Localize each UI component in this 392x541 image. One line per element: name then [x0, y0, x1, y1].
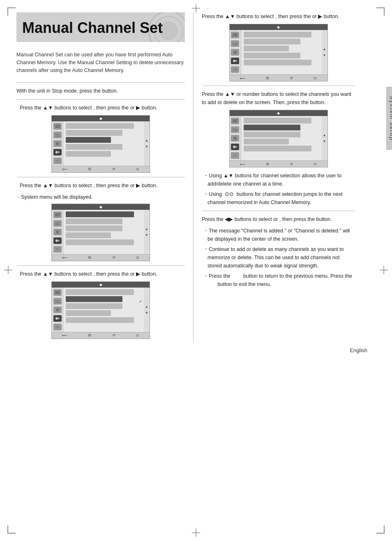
btn4-icon-3: ↺ [290, 76, 293, 80]
bar3-4 [66, 310, 111, 316]
btn3-icon-3: ↺ [112, 333, 115, 337]
svg-point-21 [55, 239, 58, 242]
mockup5-bottombar: ⟵ ⚙ ↺ ⊙ [230, 160, 327, 167]
btn2-icon-3: ↺ [112, 255, 115, 260]
btn5-icon-3: ↺ [290, 162, 293, 166]
divider-r2 [202, 211, 355, 211]
bottom-center-cross [192, 529, 200, 537]
arr-down: ▼ [145, 145, 148, 149]
divider-r1 [202, 86, 355, 86]
mockup5-topbar: ◆ [230, 110, 327, 116]
svg-point-33 [233, 60, 235, 62]
bar-5 [66, 151, 111, 157]
icon3-2 [53, 298, 62, 304]
svg-point-38 [233, 137, 237, 140]
bar2-3 [66, 225, 122, 231]
svg-rect-25 [55, 302, 60, 303]
btn2-icon-4: ⊙ [136, 255, 139, 260]
btn5-icon-4: ⊙ [314, 162, 317, 166]
mockup2-topbar: ◆ [52, 204, 150, 210]
svg-rect-29 [233, 33, 238, 37]
icon5-1 [231, 118, 239, 124]
arr4-up: ▲ [323, 47, 326, 51]
svg-point-15 [55, 151, 58, 153]
icon2-2 [53, 220, 62, 227]
bar4-4 [244, 53, 300, 58]
right-inner: Press the ▲▼ buttons to select , then pr… [202, 12, 376, 288]
mockup5-diamond: ◆ [277, 111, 280, 115]
bar5-1 [244, 118, 312, 123]
bar2-4 [66, 232, 111, 238]
svg-rect-31 [233, 44, 238, 45]
step-0-text: With the unit in Stop mode, press the bu… [16, 87, 185, 95]
bar2-2 [66, 218, 122, 224]
mockup1-bottombar: ⟵ ⚙ ↺ ⊙ [52, 166, 150, 172]
svg-point-39 [233, 146, 235, 148]
bar4-5 [244, 60, 312, 65]
system-setup-tab-wrapper: System Setup [387, 87, 392, 150]
mockup4-arrows: ▲ ▼ [322, 30, 327, 74]
ui-mockup-4: ◆ [229, 24, 328, 81]
bar4-3 [244, 46, 289, 51]
step-3-block: Press the ▲▼ buttons to select , then pr… [16, 270, 185, 339]
mockup2-content [63, 210, 144, 254]
btn2-icon-1: ⟵ [62, 255, 67, 260]
step-6-right-block: Press the ◀▶ buttons to select or , then… [202, 215, 355, 288]
icon4-2 [231, 40, 239, 47]
icon5-3 [231, 135, 239, 142]
mockup4-bottombar: ⟵ ⚙ ↺ ⊙ [230, 74, 327, 81]
icon4-3 [231, 49, 239, 56]
title-box: Manual Channel Set [16, 12, 185, 42]
svg-point-16 [58, 151, 60, 153]
bar2-5 [66, 239, 134, 245]
step-2-bullet: · System menu will be displayed. [16, 193, 185, 201]
icon-5 [53, 158, 62, 164]
mockup2-bottombar: ⟵ ⚙ ↺ ⊙ [52, 254, 150, 261]
icon-4 [53, 149, 62, 156]
bar-2 [66, 130, 122, 136]
mockup1-icons [52, 121, 63, 166]
svg-rect-12 [55, 134, 60, 135]
mockup2-diamond: ◆ [99, 205, 102, 209]
svg-rect-35 [233, 119, 238, 123]
svg-point-26 [56, 308, 59, 311]
bullet-r2-2: ・Continue to add or delete as many chann… [202, 245, 355, 270]
icon2-3 [53, 229, 62, 235]
step-2-text: Press the ▲▼ buttons to select , then pr… [16, 181, 185, 190]
mockup3-menu-area: ✓ ▲ ▼ [52, 288, 150, 332]
btn3-icon-1: ⟵ [62, 333, 67, 337]
svg-rect-37 [233, 130, 238, 131]
btn3-icon-2: ⚙ [88, 333, 91, 337]
svg-rect-19 [55, 224, 60, 225]
bar3-5 [66, 317, 134, 323]
svg-point-32 [233, 51, 237, 54]
arr5-down: ▼ [323, 139, 326, 143]
icon2-5 [53, 246, 62, 253]
svg-rect-30 [233, 43, 238, 44]
mockup1-topbar: ◆ [52, 116, 150, 121]
btn5-icon-2: ⚙ [266, 162, 269, 166]
icon5-2 [231, 126, 239, 133]
step-5-right-block: Press the ▲▼ or number buttons to select… [202, 90, 355, 207]
icon4-1 [231, 32, 239, 38]
mockup4-content [241, 30, 322, 74]
footer-language: English [350, 347, 367, 353]
mockup4-diamond: ◆ [277, 25, 280, 29]
btn4-icon-2: ⚙ [266, 76, 269, 80]
btn4-icon-4: ⊙ [314, 76, 317, 80]
content-wrapper: Manual Channel Set Manual Channel Set ca… [0, 0, 392, 368]
icon3-5 [53, 324, 62, 330]
page-title: Manual Channel Set [22, 20, 177, 36]
svg-rect-24 [55, 300, 60, 301]
two-col-layout: Manual Channel Set Manual Channel Set ca… [16, 12, 376, 343]
arr4-down: ▼ [323, 53, 326, 57]
icon5-4 [231, 144, 239, 150]
step-4-right-block: Press the ▲▼ buttons to select , then pr… [202, 12, 355, 81]
icon5-5 [231, 152, 239, 159]
bar3-1 [66, 289, 134, 295]
svg-point-14 [56, 142, 59, 145]
step-2-block: Press the ▲▼ buttons to select , then pr… [16, 181, 185, 261]
icon-3 [53, 140, 62, 147]
mockup3-bottombar: ⟵ ⚙ ↺ ⊙ [52, 332, 150, 339]
icon4-4 [231, 58, 239, 64]
